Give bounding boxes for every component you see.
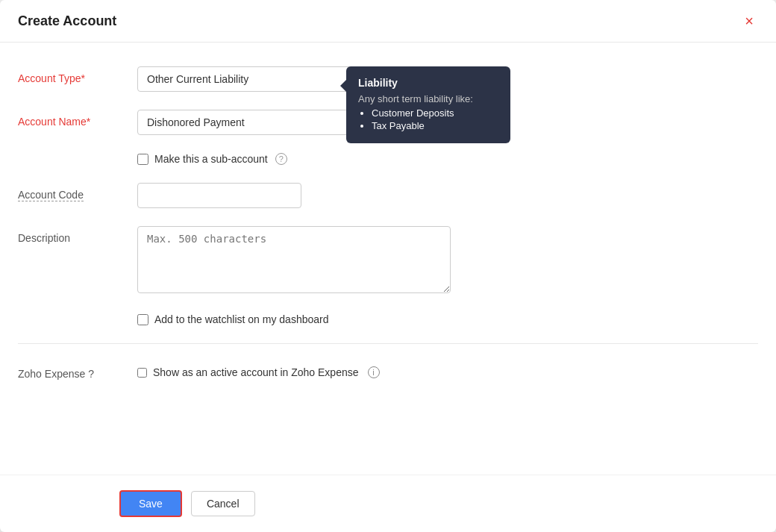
watchlist-label: Add to the watchlist on my dashboard [154, 313, 328, 325]
dialog-header: Create Account × [0, 0, 776, 43]
watchlist-checkbox[interactable] [137, 314, 148, 325]
description-row: Description [18, 226, 758, 295]
dialog-footer: Save Cancel [0, 475, 776, 532]
account-code-label: Account Code [18, 183, 137, 201]
liability-tooltip: Liability Any short term liability like:… [346, 66, 510, 143]
description-control [137, 226, 451, 295]
cancel-button[interactable]: Cancel [191, 491, 255, 516]
zoho-expense-row: Zoho Expense ? Show as an active account… [18, 362, 758, 380]
zoho-expense-label: Zoho Expense ? [18, 362, 137, 380]
watchlist-row: Add to the watchlist on my dashboard [137, 313, 758, 325]
tooltip-title: Liability [358, 77, 498, 89]
divider [18, 343, 758, 344]
dialog-body: Account Type* Other Current Liability ▾ … [0, 43, 776, 475]
close-button[interactable]: × [740, 12, 758, 30]
dialog-title: Create Account [18, 13, 116, 29]
help-icon[interactable]: ? [275, 153, 287, 165]
zoho-expense-checkbox[interactable] [137, 368, 147, 378]
account-code-row: Account Code [18, 183, 758, 208]
tooltip-item-1: Customer Deposits [372, 107, 498, 119]
tooltip-list: Customer Deposits Tax Payable [358, 107, 498, 131]
account-type-label: Account Type* [18, 66, 137, 84]
account-code-label-text: Account Code [18, 189, 84, 201]
create-account-dialog: Create Account × Account Type* Other Cur… [0, 0, 776, 532]
account-code-input[interactable] [137, 183, 301, 208]
save-button[interactable]: Save [119, 490, 182, 517]
tooltip-subtitle: Any short term liability like: [358, 93, 498, 104]
sub-account-checkbox[interactable] [137, 154, 148, 165]
description-textarea[interactable] [137, 226, 451, 293]
sub-account-label: Make this a sub-account [154, 153, 268, 165]
account-type-row: Account Type* Other Current Liability ▾ … [18, 66, 758, 92]
description-label: Description [18, 226, 137, 244]
account-code-control [137, 183, 451, 208]
info-icon[interactable]: i [368, 366, 380, 378]
zoho-expense-checkbox-label: Show as an active account in Zoho Expens… [153, 366, 359, 378]
zoho-expense-control: Show as an active account in Zoho Expens… [137, 362, 451, 378]
tooltip-item-2: Tax Payable [372, 120, 498, 131]
account-name-label: Account Name* [18, 110, 137, 128]
sub-account-row: Make this a sub-account ? [137, 153, 758, 165]
